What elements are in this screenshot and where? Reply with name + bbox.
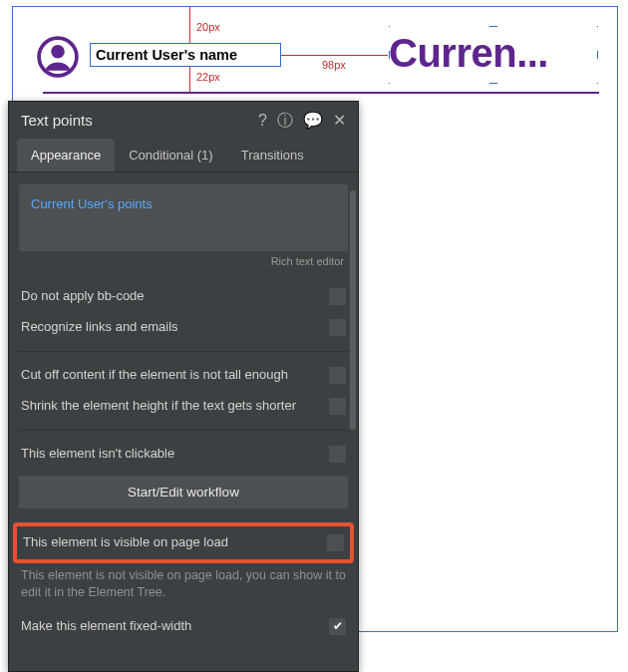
resize-handle[interactable] <box>389 26 390 27</box>
label-fixed-width: Make this element fixed-width <box>21 618 319 634</box>
row-cut-off: Cut off content if the element is not ta… <box>19 360 348 391</box>
tab-conditional[interactable]: Conditional (1) <box>115 139 227 171</box>
measure-label-horizontal: 98px <box>322 59 346 71</box>
tab-transitions[interactable]: Transitions <box>227 139 318 171</box>
label-cut-off: Cut off content if the element is not ta… <box>21 367 319 383</box>
checkbox-recognize-links[interactable] <box>329 319 346 336</box>
measure-guide <box>189 7 190 43</box>
resize-handle[interactable] <box>597 51 598 59</box>
dynamic-expression[interactable]: Current User's points <box>31 196 153 211</box>
row-recognize-links: Recognize links and emails <box>19 312 348 343</box>
panel-header[interactable]: Text points ? ⓘ 💬 ✕ <box>9 102 358 139</box>
selected-text-element[interactable]: Curren... <box>389 26 598 84</box>
selected-text-content: Curren... <box>389 31 548 75</box>
divider-line <box>43 92 599 94</box>
resize-handle[interactable] <box>597 26 598 27</box>
divider <box>19 430 348 431</box>
label-no-bbcode: Do not apply bb-code <box>21 288 319 304</box>
checkbox-visible-on-load[interactable] <box>327 534 344 551</box>
row-visible-on-load: This element is visible on page load <box>23 530 344 555</box>
panel-body[interactable]: Current User's points Rich text editor D… <box>9 172 358 671</box>
scrollbar-thumb[interactable] <box>350 190 356 430</box>
resize-handle[interactable] <box>389 83 390 84</box>
measure-guide <box>189 67 190 93</box>
panel-tabs: Appearance Conditional (1) Transitions <box>9 139 358 172</box>
help-icon[interactable]: ? <box>258 113 267 129</box>
measure-guide <box>281 55 388 56</box>
close-icon[interactable]: ✕ <box>333 113 346 129</box>
checkbox-cut-off[interactable] <box>329 367 346 384</box>
divider <box>19 351 348 352</box>
checkbox-no-bbcode[interactable] <box>329 288 346 305</box>
row-fixed-width: Make this element fixed-width <box>19 611 348 642</box>
label-visible-on-load: This element is visible on page load <box>23 534 317 550</box>
resize-handle[interactable] <box>489 83 497 84</box>
comment-icon[interactable]: 💬 <box>303 113 323 129</box>
label-shrink: Shrink the element height if the text ge… <box>21 398 319 414</box>
rich-text-editor-link[interactable]: Rich text editor <box>19 255 344 267</box>
avatar-icon <box>37 36 79 78</box>
checkbox-fixed-width[interactable] <box>329 618 346 635</box>
highlighted-setting: This element is visible on page load <box>13 522 354 563</box>
measure-label-bottom: 22px <box>196 71 220 83</box>
row-not-clickable: This element isn't clickable <box>19 439 348 470</box>
text-element-name[interactable]: Current User's name <box>90 43 281 67</box>
checkbox-shrink[interactable] <box>329 398 346 415</box>
start-edit-workflow-button[interactable]: Start/Edit workflow <box>19 476 348 508</box>
label-recognize-links: Recognize links and emails <box>21 319 319 335</box>
row-no-bbcode: Do not apply bb-code <box>19 281 348 312</box>
panel-title: Text points <box>21 112 258 129</box>
visible-helper-text: This element is not visible on page load… <box>19 567 348 611</box>
row-shrink: Shrink the element height if the text ge… <box>19 391 348 422</box>
text-expression-input[interactable]: Current User's points <box>19 184 348 251</box>
checkbox-not-clickable[interactable] <box>329 446 346 463</box>
property-panel: Text points ? ⓘ 💬 ✕ Appearance Condition… <box>8 101 359 672</box>
svg-point-1 <box>51 45 65 59</box>
info-icon[interactable]: ⓘ <box>277 113 293 129</box>
measure-label-top: 20px <box>196 21 220 33</box>
tab-appearance[interactable]: Appearance <box>17 139 115 171</box>
resize-handle[interactable] <box>597 83 598 84</box>
resize-handle[interactable] <box>489 26 497 27</box>
label-not-clickable: This element isn't clickable <box>21 446 319 462</box>
